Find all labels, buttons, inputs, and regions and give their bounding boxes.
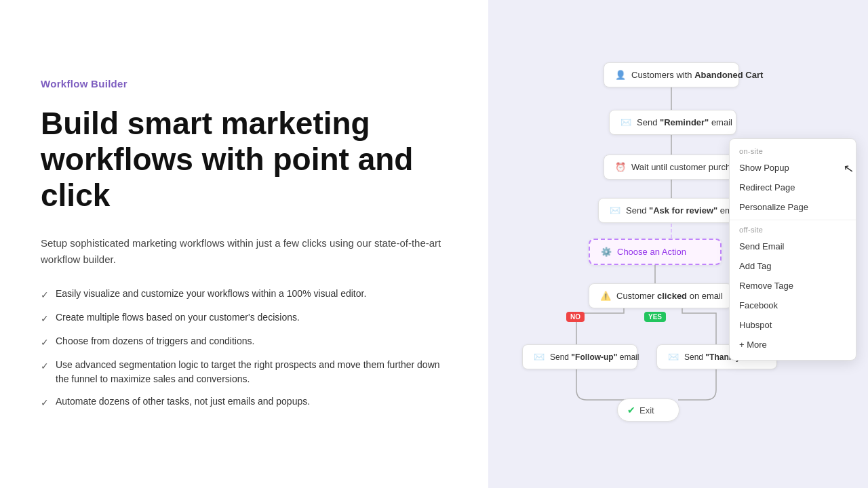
on-site-label: on-site — [730, 144, 856, 158]
check-icon: ✓ — [41, 396, 49, 410]
remove-tage-item[interactable]: Remove Tage — [730, 276, 856, 296]
email-icon: ✉️ — [620, 117, 631, 127]
choose-text: Choose an Action — [617, 247, 686, 257]
feature-text: Use advanced segmentation logic to targe… — [56, 358, 448, 386]
condition-node: ⚠️ Customer clicked on email — [589, 283, 732, 308]
right-panel: 👤 Customers with Abandoned Cart ✉️ Send … — [488, 0, 868, 488]
yes-badge: YES — [644, 312, 666, 322]
email2-text: Send "Ask for review" email — [626, 205, 741, 216]
feature-item: ✓ Create multiple flows based on your cu… — [41, 310, 448, 326]
hubspot-item[interactable]: Hubspot — [730, 315, 856, 335]
action-dropdown: on-site Show Popup Redirect Page Persona… — [729, 138, 856, 361]
trigger-text: Customers with Abandoned Cart — [631, 70, 763, 80]
email1-text: Send "Reminder" email — [637, 117, 732, 127]
headline: Build smart marketing workflows with poi… — [41, 106, 448, 214]
redirect-page-item[interactable]: Redirect Page — [730, 178, 856, 197]
feature-text: Create multiple flows based on your cust… — [56, 310, 300, 325]
trigger-bold: Abandoned Cart — [694, 70, 763, 80]
off-site-label: off-site — [730, 223, 856, 237]
wait-text: Wait until customer purchase — [631, 162, 745, 172]
add-tag-item[interactable]: Add Tag — [730, 256, 856, 276]
more-item[interactable]: + More — [730, 335, 856, 354]
check-icon: ✓ — [41, 359, 49, 373]
followup-text: Send "Follow-up" email — [550, 352, 639, 362]
facebook-item[interactable]: Facebook — [730, 296, 856, 315]
feature-text: Easily visualize and customize your work… — [56, 287, 366, 301]
followup-icon: ✉️ — [534, 352, 545, 362]
feature-item: ✓ Easily visualize and customize your wo… — [41, 287, 448, 302]
personalize-page-item[interactable]: Personalize Page — [730, 197, 856, 217]
followup-node: ✉️ Send "Follow-up" email — [522, 344, 637, 369]
show-popup-item[interactable]: Show Popup — [730, 158, 856, 178]
email2-icon: ✉️ — [610, 205, 620, 216]
email1-node: ✉️ Send "Reminder" email — [609, 110, 736, 135]
condition-text: Customer clicked on email — [616, 291, 723, 301]
workflow-canvas: 👤 Customers with Abandoned Cart ✉️ Send … — [488, 0, 868, 488]
feature-item: ✓ Choose from dozens of triggers and con… — [41, 334, 448, 350]
user-icon: 👤 — [615, 70, 626, 80]
features-list: ✓ Easily visualize and customize your wo… — [41, 287, 448, 410]
left-panel: Workflow Builder Build smart marketing w… — [0, 0, 488, 488]
trigger-node: 👤 Customers with Abandoned Cart — [604, 62, 739, 87]
thankyou-icon: ✉️ — [668, 352, 679, 362]
exit-icon: ✔ — [627, 405, 635, 415]
exit-node: ✔ Exit — [617, 399, 679, 422]
warning-icon: ⚠️ — [600, 291, 611, 301]
divider — [730, 220, 856, 220]
feature-text: Choose from dozens of triggers and condi… — [56, 334, 254, 348]
no-badge: NO — [566, 312, 585, 322]
settings-icon: ⚙️ — [601, 247, 612, 257]
feature-item: ✓ Use advanced segmentation logic to tar… — [41, 358, 448, 386]
send-email-item[interactable]: Send Email — [730, 237, 856, 256]
feature-text: Automate dozens of other tasks, not just… — [56, 394, 310, 409]
exit-text: Exit — [639, 405, 654, 415]
wait-node: ⏰ Wait until customer purchase — [604, 155, 742, 180]
email2-node: ✉️ Send "Ask for review" email — [598, 198, 739, 223]
brand-label: Workflow Builder — [41, 78, 448, 89]
check-icon: ✓ — [41, 288, 49, 302]
check-icon: ✓ — [41, 312, 49, 326]
subtext: Setup sophisticated marketing workflows … — [41, 235, 448, 268]
clock-icon: ⏰ — [615, 162, 626, 172]
feature-item: ✓ Automate dozens of other tasks, not ju… — [41, 394, 448, 410]
choose-action-node[interactable]: ⚙️ Choose an Action — [589, 239, 722, 265]
check-icon: ✓ — [41, 336, 49, 350]
